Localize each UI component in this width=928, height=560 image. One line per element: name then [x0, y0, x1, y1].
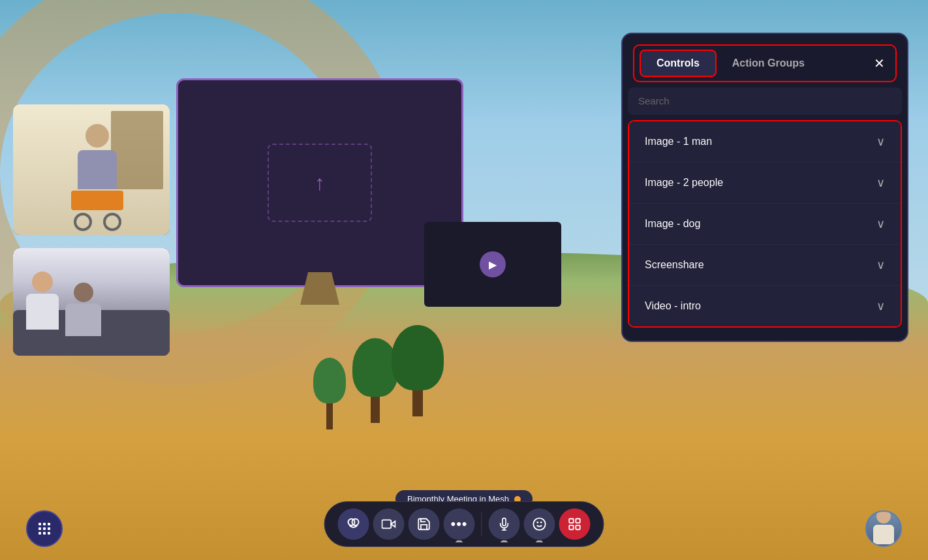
chevron-down-icon: ∨	[876, 134, 885, 149]
list-item-screenshare[interactable]: Screenshare ∨	[629, 245, 901, 286]
svg-rect-4	[43, 527, 46, 530]
svg-rect-7	[43, 532, 46, 535]
svg-rect-18	[569, 519, 573, 523]
chevron-down-icon: ∨	[876, 176, 885, 190]
save-button[interactable]	[409, 508, 440, 540]
svg-rect-12	[382, 520, 391, 529]
list-item-image-dog[interactable]: Image - dog ∨	[629, 204, 901, 245]
upload-area: ↑	[268, 144, 372, 222]
svg-rect-19	[576, 519, 580, 523]
chevron-down-icon: ∨	[876, 299, 885, 313]
svg-rect-0	[39, 523, 41, 525]
list-item-video-intro[interactable]: Video - intro ∨	[629, 286, 901, 326]
more-options-button[interactable]: •••	[444, 508, 475, 540]
camera-tile-1	[13, 104, 170, 235]
controls-icon	[568, 517, 582, 531]
user-avatar-button[interactable]	[865, 510, 902, 547]
emoji-button[interactable]	[524, 508, 555, 540]
tab-controls[interactable]: Controls	[640, 50, 717, 77]
svg-rect-20	[576, 525, 580, 529]
upload-arrow-icon: ↑	[315, 171, 325, 195]
list-item-image-2-people[interactable]: Image - 2 people ∨	[629, 163, 901, 204]
svg-rect-8	[48, 532, 50, 535]
tab-action-groups[interactable]: Action Groups	[717, 51, 820, 76]
controls-button[interactable]	[559, 508, 591, 540]
controls-list: Image - 1 man ∨ Image - 2 people ∨ Image…	[628, 120, 902, 328]
svg-marker-11	[391, 521, 395, 527]
avatar-mask-button[interactable]	[338, 508, 369, 540]
tree-2	[313, 358, 346, 429]
search-input[interactable]	[638, 95, 891, 106]
svg-point-15	[533, 518, 545, 530]
toolbar: •••	[324, 501, 604, 547]
grid-menu-button[interactable]	[26, 510, 63, 547]
chevron-down-icon: ∨	[876, 217, 885, 231]
tree-3	[392, 325, 444, 416]
tab-section: Controls Action Groups ✕	[633, 44, 897, 82]
svg-rect-1	[43, 523, 46, 525]
video-effects-icon	[382, 517, 396, 531]
grid-icon	[37, 521, 52, 537]
presentation-board: ↑	[176, 78, 463, 287]
controls-panel: Controls Action Groups ✕ Image - 1 man ∨…	[621, 33, 908, 342]
svg-rect-2	[48, 523, 50, 525]
toolbar-divider	[482, 512, 482, 536]
microphone-button[interactable]	[489, 508, 520, 540]
svg-rect-5	[48, 527, 50, 530]
avatar-mask-icon	[346, 516, 362, 532]
microphone-icon	[498, 517, 511, 531]
svg-rect-6	[39, 532, 41, 535]
video-thumbnail: ▶	[424, 222, 561, 307]
svg-rect-21	[569, 525, 573, 529]
chevron-down-icon: ∨	[876, 258, 885, 272]
video-effects-button[interactable]	[373, 508, 405, 540]
emoji-icon	[533, 517, 547, 531]
list-item-image-1-man[interactable]: Image - 1 man ∨	[629, 121, 901, 163]
close-panel-button[interactable]: ✕	[869, 53, 890, 74]
more-options-icon: •••	[450, 516, 467, 533]
camera-tile-2	[13, 248, 170, 356]
svg-rect-3	[39, 527, 41, 530]
save-icon	[417, 517, 431, 531]
play-button-icon: ▶	[480, 251, 506, 277]
